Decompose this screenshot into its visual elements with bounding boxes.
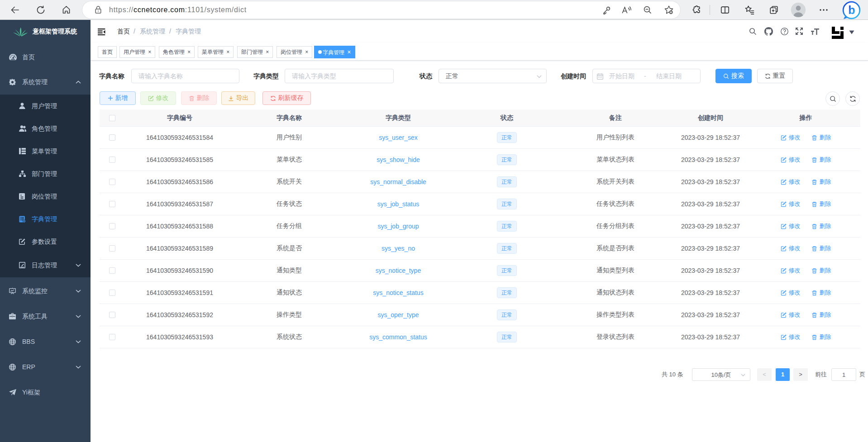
svg-text:b: b	[848, 4, 855, 16]
